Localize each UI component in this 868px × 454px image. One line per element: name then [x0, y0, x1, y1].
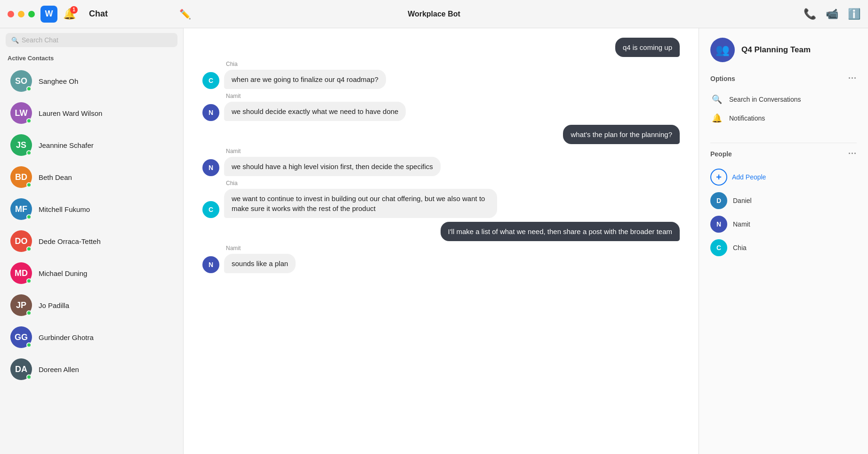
- right-panel: 👥 Q4 Planning Team Options ··· 🔍 Search …: [699, 28, 868, 454]
- contact-name: Mitchell Fukumo: [39, 205, 90, 213]
- online-indicator: [26, 86, 32, 91]
- person-avatar: N: [710, 216, 727, 233]
- contact-item[interactable]: JP Jo Padilla: [3, 290, 180, 321]
- search-icon: 🔍: [11, 37, 19, 44]
- message-avatar: N: [202, 104, 219, 121]
- notifications-item[interactable]: 🔔 Notifications: [710, 109, 857, 128]
- options-section-header: Options ···: [710, 73, 857, 83]
- person-name: Daniel: [733, 197, 752, 204]
- people-item[interactable]: D Daniel: [710, 189, 857, 212]
- person-avatar: C: [710, 239, 727, 256]
- contact-item[interactable]: DO Dede Orraca-Tetteh: [3, 226, 180, 257]
- message-bubble: I'll make a list of what we need, then s…: [441, 222, 680, 241]
- workplace-logo[interactable]: W: [40, 6, 57, 23]
- contact-item[interactable]: JS Jeannine Schafer: [3, 130, 180, 161]
- message-avatar: N: [202, 159, 219, 176]
- person-avatar: D: [710, 192, 727, 209]
- online-indicator: [26, 118, 32, 123]
- avatar-wrap: BD: [10, 166, 32, 188]
- video-icon[interactable]: 📹: [826, 8, 838, 20]
- notification-bell[interactable]: 🔔 1: [63, 8, 76, 20]
- contact-name: Lauren Ward Wilson: [39, 109, 102, 117]
- search-conversations-label: Search in Conversations: [729, 96, 801, 103]
- chat-area: q4 is coming up C Chia when are we going…: [184, 28, 699, 454]
- contact-name: Beth Dean: [39, 173, 72, 181]
- notifications-label: Notifications: [729, 114, 765, 122]
- online-indicator: [26, 374, 32, 380]
- center-title: Workplace Bot: [408, 10, 460, 18]
- search-conversations-icon: 🔍: [710, 93, 723, 106]
- search-placeholder: Search Chat: [22, 36, 58, 44]
- message-avatar: N: [202, 256, 219, 273]
- maximize-button[interactable]: [28, 11, 35, 17]
- search-bar[interactable]: 🔍 Search Chat: [6, 33, 177, 47]
- title-bar: W 🔔 1 Chat ✏️ Workplace Bot 📞 📹 ℹ️: [0, 0, 868, 28]
- contact-item[interactable]: DA Doreen Allen: [3, 354, 180, 385]
- people-more-button[interactable]: ···: [848, 149, 857, 159]
- online-indicator: [26, 182, 32, 187]
- online-indicator: [26, 310, 32, 316]
- sidebar: 🔍 Search Chat Active Contacts SO Sanghee…: [0, 28, 184, 454]
- contact-item[interactable]: GG Gurbinder Ghotra: [3, 322, 180, 353]
- message-avatar: C: [202, 72, 219, 89]
- contact-item[interactable]: MF Mitchell Fukumo: [3, 194, 180, 225]
- message-row: C Chia when are we going to finalize our…: [202, 61, 386, 89]
- message-bubble: we want to continue to invest in buildin…: [224, 189, 497, 218]
- online-indicator: [26, 278, 32, 284]
- contact-name: Jeannine Schafer: [39, 141, 94, 149]
- message-content: I'll make a list of what we need, then s…: [441, 222, 680, 241]
- divider: [710, 143, 857, 143]
- message-sender: Chia: [226, 61, 386, 67]
- message-content: Namit we should have a high level vision…: [224, 148, 441, 176]
- people-title: People: [710, 150, 732, 158]
- person-name: Namit: [733, 220, 750, 228]
- contact-item[interactable]: BD Beth Dean: [3, 162, 180, 193]
- avatar-wrap: SO: [10, 70, 32, 92]
- person-name: Chia: [733, 244, 747, 251]
- phone-icon[interactable]: 📞: [804, 8, 816, 20]
- people-item[interactable]: C Chia: [710, 236, 857, 259]
- people-item[interactable]: N Namit: [710, 212, 857, 236]
- avatar-wrap: DO: [10, 230, 32, 252]
- contact-name: Sanghee Oh: [39, 77, 78, 85]
- people-list: D Daniel N Namit C Chia: [710, 189, 857, 259]
- title-bar-icons-right: 📞 📹 ℹ️: [804, 8, 860, 20]
- message-sender: Chia: [226, 180, 497, 186]
- title-bar-left: W 🔔 1 Chat ✏️: [8, 6, 191, 23]
- search-conversations-item[interactable]: 🔍 Search in Conversations: [710, 90, 857, 109]
- window-controls: [8, 11, 35, 17]
- message-row: q4 is coming up: [615, 38, 680, 57]
- options-more-button[interactable]: ···: [848, 73, 857, 83]
- message-bubble: sounds like a plan: [224, 254, 296, 273]
- options-section: Options ··· 🔍 Search in Conversations 🔔 …: [710, 73, 857, 128]
- contact-name: Gurbinder Ghotra: [39, 333, 94, 341]
- online-indicator: [26, 342, 32, 348]
- message-sender: Namit: [226, 245, 296, 251]
- message-row: C Chia we want to continue to invest in …: [202, 180, 497, 218]
- avatar-wrap: DA: [10, 358, 32, 380]
- message-row: N Namit we should decide exactly what we…: [202, 93, 406, 121]
- contact-list: SO Sanghee Oh LW Lauren Ward Wilson JS J…: [0, 65, 183, 454]
- contact-item[interactable]: SO Sanghee Oh: [3, 65, 180, 97]
- contact-item[interactable]: LW Lauren Ward Wilson: [3, 97, 180, 129]
- group-avatar: 👥: [710, 38, 735, 62]
- people-section: People ··· + Add People D Daniel N Namit…: [710, 149, 857, 259]
- message-content: what's the plan for the planning?: [563, 125, 680, 144]
- minimize-button[interactable]: [18, 11, 24, 17]
- avatar-wrap: JS: [10, 134, 32, 156]
- notification-badge: 1: [70, 6, 78, 14]
- add-people-button[interactable]: + Add People: [710, 165, 857, 189]
- info-icon[interactable]: ℹ️: [848, 8, 860, 20]
- chat-title: Chat: [89, 9, 108, 19]
- active-contacts-label: Active Contacts: [0, 52, 183, 65]
- main-container: 🔍 Search Chat Active Contacts SO Sanghee…: [0, 28, 868, 454]
- contact-item[interactable]: MD Michael Duning: [3, 258, 180, 289]
- compose-icon[interactable]: ✏️: [179, 8, 191, 20]
- message-bubble: when are we going to finalize our q4 roa…: [224, 70, 386, 89]
- avatar-wrap: JP: [10, 294, 32, 316]
- message-row: I'll make a list of what we need, then s…: [441, 222, 680, 241]
- message-bubble: we should have a high level vision first…: [224, 157, 441, 176]
- add-people-icon: +: [710, 169, 727, 186]
- close-button[interactable]: [8, 11, 14, 17]
- rp-header: 👥 Q4 Planning Team: [710, 38, 857, 62]
